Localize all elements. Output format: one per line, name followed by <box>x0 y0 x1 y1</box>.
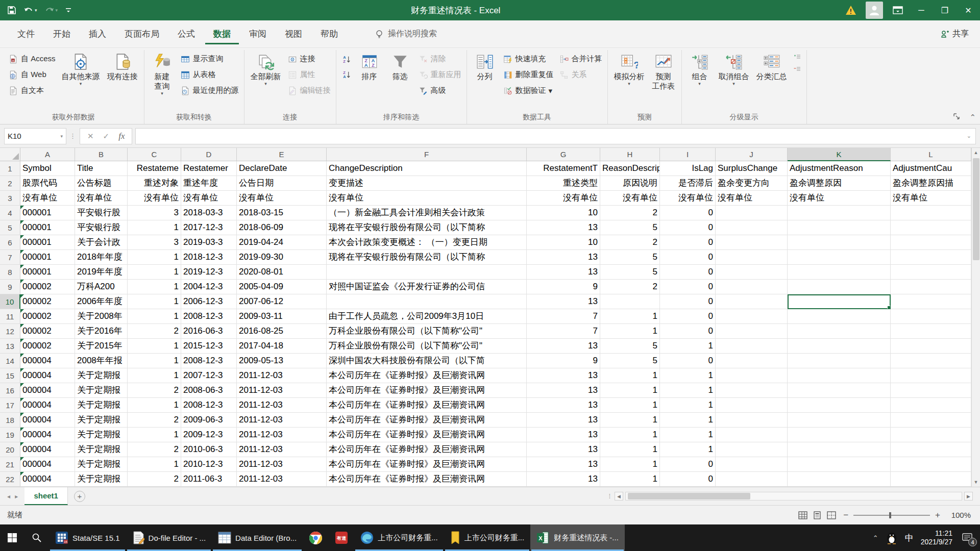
row-header-3[interactable]: 3 <box>0 191 20 206</box>
cell-L14[interactable] <box>891 354 971 368</box>
cell-J17[interactable] <box>716 398 788 413</box>
cell-H5[interactable]: 5 <box>600 220 660 235</box>
cell-L13[interactable] <box>891 339 971 354</box>
cell-F6[interactable]: 本次会计政策变更概述： （一）变更日期 <box>327 235 527 250</box>
vertical-scroll-thumb[interactable] <box>973 158 979 260</box>
cell-D16[interactable]: 2008-06-3 <box>181 383 237 398</box>
row-header-11[interactable]: 11 <box>0 309 20 324</box>
cell-G10[interactable]: 13 <box>527 294 600 309</box>
cell-F18[interactable]: 本公司历年在《证券时报》及巨潮资讯网 <box>327 413 527 428</box>
cell-D14[interactable]: 2008-12-3 <box>181 354 237 368</box>
cell-L17[interactable] <box>891 398 971 413</box>
row-header-22[interactable]: 22 <box>0 472 20 487</box>
col-header-D[interactable]: D <box>181 148 237 161</box>
cell-D3[interactable]: 没有单位 <box>181 191 237 206</box>
taskbar-search-icon[interactable] <box>24 524 49 551</box>
tell-me-search[interactable]: 操作说明搜索 <box>375 29 437 39</box>
cell-H14[interactable]: 5 <box>600 354 660 368</box>
cell-L8[interactable] <box>891 265 971 280</box>
cell-D19[interactable]: 2009-12-3 <box>181 428 237 442</box>
cell-I11[interactable]: 0 <box>660 309 716 324</box>
properties-button[interactable]: 属性 <box>285 67 333 83</box>
cell-C22[interactable]: 2 <box>128 472 181 487</box>
from-access-button[interactable]: A自 Access <box>6 51 58 67</box>
minimize-button[interactable]: ─ <box>910 0 933 20</box>
cell-B16[interactable]: 关于定期报 <box>75 383 128 398</box>
cell-A19[interactable]: 000004 <box>20 428 75 442</box>
cell-K4[interactable] <box>788 206 891 220</box>
cell-B4[interactable]: 平安银行股 <box>75 206 128 220</box>
existing-connections-button[interactable]: 现有连接 <box>104 50 141 82</box>
cell-J5[interactable] <box>716 220 788 235</box>
sheet-nav-arrows[interactable]: ◂ ▸ <box>0 493 24 500</box>
cell-I14[interactable]: 0 <box>660 354 716 368</box>
cell-F14[interactable]: 深圳中国农大科技股份有限公司（以下简 <box>327 354 527 368</box>
cell-A4[interactable]: 000001 <box>20 206 75 220</box>
show-detail-button[interactable] <box>793 54 801 62</box>
cell-H6[interactable]: 2 <box>600 235 660 250</box>
taskbar-app-excel-workbook[interactable]: X财务重述情况表 -... <box>530 524 625 551</box>
cell-G5[interactable]: 13 <box>527 220 600 235</box>
row-header-1[interactable]: 1 <box>0 161 20 176</box>
cell-B14[interactable]: 2008年年报 <box>75 354 128 368</box>
scroll-up-icon[interactable]: ▲ <box>972 148 980 157</box>
cell-I7[interactable]: 0 <box>660 250 716 265</box>
tab-视图[interactable]: 视图 <box>277 23 310 44</box>
cell-G11[interactable]: 7 <box>527 309 600 324</box>
cell-F12[interactable]: 万科企业股份有限公司（以下简称"公司" <box>327 324 527 339</box>
cell-G3[interactable]: 没有单位 <box>527 191 600 206</box>
cell-B1[interactable]: Title <box>75 161 128 176</box>
cell-E19[interactable]: 2011-12-03 <box>237 428 327 442</box>
cell-J14[interactable] <box>716 354 788 368</box>
cell-C19[interactable]: 1 <box>128 428 181 442</box>
cell-F7[interactable]: 现将在平安银行股份有限公司（以下简称 <box>327 250 527 265</box>
cell-I2[interactable]: 是否滞后 <box>660 176 716 191</box>
cell-G6[interactable]: 10 <box>527 235 600 250</box>
cell-G2[interactable]: 重述类型 <box>527 176 600 191</box>
cell-I10[interactable]: 0 <box>660 294 716 309</box>
cell-L16[interactable] <box>891 383 971 398</box>
connections-button[interactable]: 连接 <box>285 51 333 67</box>
cell-F21[interactable]: 本公司历年在《证券时报》及巨潮资讯网 <box>327 457 527 472</box>
zoom-in-icon[interactable]: + <box>935 510 940 520</box>
cell-D2[interactable]: 重述年度 <box>181 176 237 191</box>
taskbar-app-edge-doc[interactable]: 上市公司财务重... <box>354 524 444 551</box>
cell-F17[interactable]: 本公司历年在《证券时报》及巨潮资讯网 <box>327 398 527 413</box>
cell-E22[interactable]: 2011-12-03 <box>237 472 327 487</box>
cell-E8[interactable]: 2020-08-01 <box>237 265 327 280</box>
cell-H17[interactable]: 1 <box>600 398 660 413</box>
fill-handle[interactable] <box>887 306 891 309</box>
name-box-caret-icon[interactable]: ▾ <box>60 134 63 139</box>
cell-K1[interactable]: AdjustmentReason <box>788 161 891 176</box>
cell-K5[interactable] <box>788 220 891 235</box>
col-header-A[interactable]: A <box>20 148 75 161</box>
cell-H16[interactable]: 1 <box>600 383 660 398</box>
cell-C17[interactable]: 1 <box>128 398 181 413</box>
cell-K15[interactable] <box>788 368 891 383</box>
cell-I17[interactable]: 1 <box>660 398 716 413</box>
cell-C6[interactable]: 3 <box>128 235 181 250</box>
save-icon[interactable] <box>7 6 16 15</box>
cell-J10[interactable] <box>716 294 788 309</box>
cell-D10[interactable]: 2006-12-3 <box>181 294 237 309</box>
cell-E15[interactable]: 2011-12-03 <box>237 368 327 383</box>
cell-J8[interactable] <box>716 265 788 280</box>
col-header-H[interactable]: H <box>600 148 660 161</box>
cell-I22[interactable]: 0 <box>660 472 716 487</box>
cell-C15[interactable]: 1 <box>128 368 181 383</box>
cell-B11[interactable]: 关于2008年 <box>75 309 128 324</box>
taskbar-app-notes-doc[interactable]: 上市公司财务重... <box>444 524 531 551</box>
cell-L20[interactable] <box>891 442 971 457</box>
row-header-10[interactable]: 10 <box>0 294 20 309</box>
add-sheet-button[interactable]: + <box>74 491 85 502</box>
cell-C3[interactable]: 没有单位 <box>128 191 181 206</box>
cell-E12[interactable]: 2016-08-25 <box>237 324 327 339</box>
cell-J2[interactable]: 盈余变更方向 <box>716 176 788 191</box>
row-header-13[interactable]: 13 <box>0 339 20 354</box>
cell-J4[interactable] <box>716 206 788 220</box>
from-text-button[interactable]: 自文本 <box>6 83 58 98</box>
cell-K12[interactable] <box>788 324 891 339</box>
start-button[interactable] <box>0 524 24 551</box>
cell-J16[interactable] <box>716 383 788 398</box>
cell-A11[interactable]: 000002 <box>20 309 75 324</box>
